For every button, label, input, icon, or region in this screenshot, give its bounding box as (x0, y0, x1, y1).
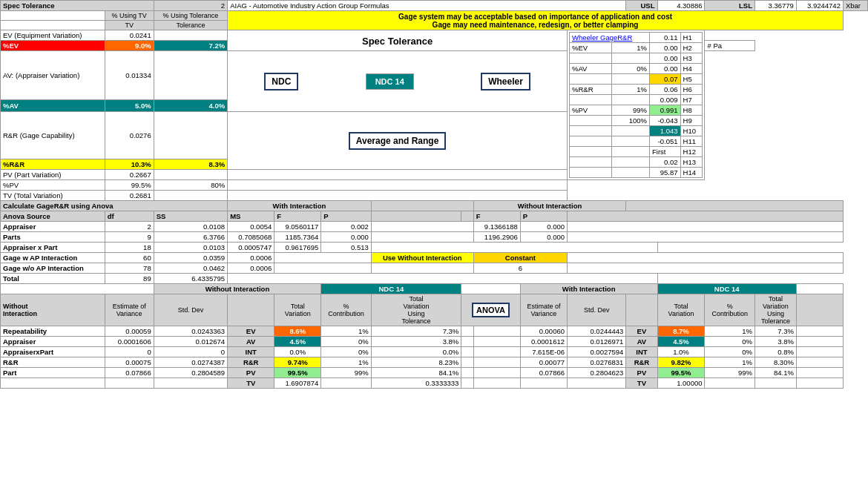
without-interaction-header: Without Interaction (473, 201, 626, 211)
spec-tolerance-value: 2 (154, 1, 227, 11)
ev-label: EV (Equipment Variation) (1, 30, 105, 41)
ndc14-header1: NDC 14 (366, 73, 414, 90)
with-interaction-header: With Interaction (228, 201, 372, 211)
pev-tv: 9.0% (105, 41, 154, 51)
spec-tolerance-annotation: Spec Tolerance (231, 36, 564, 47)
pv-value: 0.2667 (105, 170, 154, 180)
warning-text: Gage system may be acceptable based on i… (228, 11, 844, 30)
lsl-value: 3.36779 (754, 1, 796, 11)
with-interaction-title: With Interaction (520, 284, 657, 294)
ndc14-1: NDC 14 (321, 284, 461, 294)
anova-title: Calculate GageR&R using Anova (1, 201, 228, 211)
pav-tol: 4.0% (154, 99, 227, 112)
av-label: AV: (Appraiser Variation) (1, 51, 105, 100)
tv-value: 0.2681 (105, 191, 154, 201)
spec-tolerance-label: Spec Tolerance (1, 1, 154, 11)
prnr-tv: 10.3% (105, 159, 154, 170)
constant-label: Constant (473, 253, 567, 263)
anova-annotation: ANOVA (472, 303, 510, 317)
ppv-tv: 99.5% (105, 180, 154, 191)
av-value: 0.01334 (105, 51, 154, 100)
usl-value: 4.30886 (657, 1, 705, 11)
ndc14-2: NDC 14 (657, 284, 796, 294)
pav-tv: 5.0% (105, 99, 154, 112)
pev-tol: 7.2% (154, 41, 227, 51)
ppv-tol: 80% (154, 180, 227, 191)
wheeler-link[interactable]: Wheeler GageR&R (572, 33, 632, 42)
avg-range-annotation: Average and Range (349, 132, 447, 150)
pev-label: %EV (1, 41, 105, 51)
prnr-tol: 8.3% (154, 159, 227, 170)
lsl-label: LSL (705, 1, 754, 11)
pav-label: %AV (1, 99, 105, 112)
prnr-label: %R&R (1, 159, 105, 170)
aiag-label: AIAG - Automotive Industry Action Group … (228, 1, 626, 11)
without-interaction-title: Without Interaction (154, 284, 321, 294)
xbar-label: Xbar (843, 1, 867, 11)
ndc-annotation: NDC (264, 73, 298, 90)
rnr-value: 0.0276 (105, 112, 154, 159)
using-tolerance-label: % Using Tolerance (154, 11, 227, 21)
ppv-label: %PV (1, 180, 105, 191)
using-tv-label: % Using TV (105, 11, 154, 21)
without-interaction-col: WithoutInteraction (1, 294, 105, 326)
use-without-label: Use Without Interaction (371, 253, 473, 263)
usl-label: USL (626, 1, 657, 11)
rnr-label: R&R (Gage Capability) (1, 112, 105, 159)
pv-label: PV (Part Variation) (1, 170, 105, 180)
ev-value: 0.0241 (105, 30, 154, 41)
tv-label: TV (Total Variation) (1, 191, 105, 201)
wheeler-annotation: Wheeler (481, 73, 530, 90)
xbar-value: 3.9244742 (796, 1, 843, 11)
